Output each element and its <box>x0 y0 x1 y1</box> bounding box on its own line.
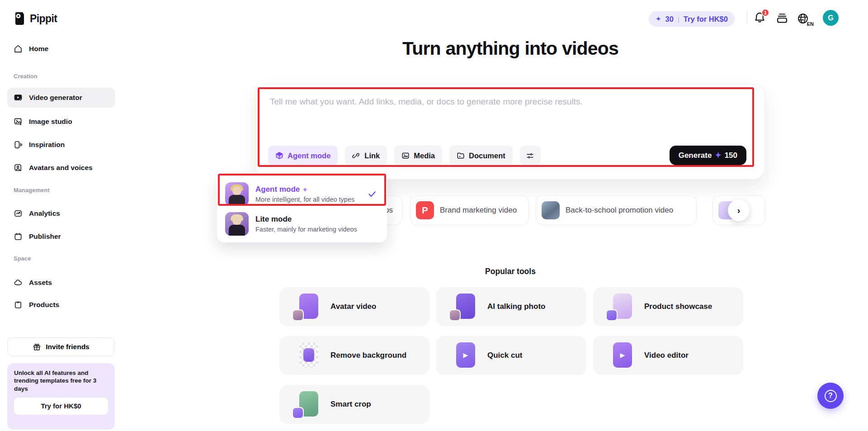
suggestion-label: Back-to-school promotion video <box>566 206 673 215</box>
pippit-logo[interactable]: Pippit <box>14 12 57 26</box>
tool-card-quick-cut[interactable]: ▶ Quick cut <box>436 336 586 375</box>
check-icon <box>367 189 377 199</box>
tool-card-remove-background[interactable]: Remove background <box>279 336 429 375</box>
sidebar-item-video-generator[interactable]: Video generator <box>7 88 115 108</box>
video-editor-thumbnail: ▶ <box>609 342 632 369</box>
section-label-creation: Creation <box>14 73 38 80</box>
agent-mode-desc: More intelligent, for all video types <box>255 196 354 203</box>
analytics-icon <box>14 209 23 218</box>
page-title: Turn anything into videos <box>256 38 765 59</box>
agent-mode-chip[interactable]: Agent mode <box>268 146 338 166</box>
publisher-icon <box>14 232 23 241</box>
sidebar-item-home[interactable]: Home <box>7 39 115 59</box>
tool-card-avatar-video[interactable]: Avatar video <box>279 287 429 326</box>
sidebar-item-avatars-voices[interactable]: Avatars and voices <box>7 158 115 178</box>
mode-item-text: Lite mode Faster, mainly for marketing v… <box>255 215 357 233</box>
sidebar: Pippit Home Creation Video generator <box>0 0 122 431</box>
add-link-label: Link <box>364 152 380 160</box>
sidebar-item-label: Assets <box>29 279 52 287</box>
composer-toolbar: Agent mode Link <box>268 146 541 166</box>
agent-mode-title: Agent mode <box>255 185 300 194</box>
lite-mode-title: Lite mode <box>255 215 292 224</box>
agent-mode-thumbnail <box>225 182 249 206</box>
video-generator-icon <box>14 93 23 102</box>
invite-friends-label: Invite friends <box>46 343 89 351</box>
tool-label: AI talking photo <box>487 302 545 311</box>
sidebar-item-products[interactable]: Products <box>7 295 115 315</box>
agent-mode-chip-label: Agent mode <box>288 152 330 160</box>
menu-item-lite-mode[interactable]: Lite mode Faster, mainly for marketing v… <box>221 209 383 239</box>
tool-label: Smart crop <box>330 400 371 409</box>
suggestions-next-button[interactable]: › <box>728 199 750 221</box>
sidebar-item-analytics[interactable]: Analytics <box>7 204 115 223</box>
tool-label: Product showcase <box>644 302 712 311</box>
sidebar-item-label: Publisher <box>29 232 61 241</box>
quick-cut-thumbnail: ▶ <box>452 342 475 369</box>
promo-try-button[interactable]: Try for HK$0 <box>14 398 108 415</box>
avatars-icon <box>14 163 23 172</box>
add-document-chip[interactable]: Document <box>449 146 513 166</box>
add-document-label: Document <box>469 152 505 160</box>
add-link-chip[interactable]: Link <box>345 146 387 166</box>
suggestion-label: Brand marketing video <box>440 206 517 215</box>
mode-item-text: Agent mode ✦ More intelligent, for all v… <box>255 185 354 203</box>
invite-friends-button[interactable]: Invite friends <box>7 337 115 356</box>
pippit-app: { "brand": { "name": "Pippit" }, "topbar… <box>0 0 868 431</box>
mode-dropdown-menu: Agent mode ✦ More intelligent, for all v… <box>217 175 387 242</box>
generate-diamond-icon: ✦ <box>715 151 721 160</box>
trial-promo-card: Unlock all AI features and trending temp… <box>7 363 115 430</box>
product-showcase-thumbnail <box>609 294 632 320</box>
main-content: Turn anything into videos Tell me what y… <box>122 0 868 431</box>
sidebar-item-label: Video generator <box>29 94 82 102</box>
gift-icon <box>33 343 41 351</box>
tool-label: Video editor <box>644 351 689 360</box>
add-media-chip[interactable]: Media <box>394 146 442 166</box>
menu-item-agent-mode[interactable]: Agent mode ✦ More intelligent, for all v… <box>221 179 383 209</box>
tool-label: Avatar video <box>330 302 376 311</box>
popular-tools-grid: Avatar video AI talking photo Product sh… <box>279 287 743 424</box>
tool-card-video-editor[interactable]: ▶ Video editor <box>593 336 743 375</box>
section-label-management: Management <box>14 187 49 194</box>
chevron-right-icon: › <box>737 205 741 216</box>
settings-chip[interactable] <box>520 146 541 166</box>
sidebar-item-label: Home <box>29 45 48 53</box>
brand-name: Pippit <box>30 13 57 25</box>
suggestion-thumbnail <box>542 201 560 219</box>
remove-background-thumbnail <box>295 342 318 369</box>
help-button[interactable]: ? <box>817 383 844 409</box>
suggestion-chip-brand-marketing[interactable]: P Brand marketing video <box>410 195 529 225</box>
brand-p-icon: P <box>416 201 434 219</box>
prompt-composer: Tell me what you want. Add links, media,… <box>256 84 765 180</box>
add-media-label: Media <box>414 152 435 160</box>
generate-label: Generate <box>679 151 712 160</box>
avatar-video-thumbnail <box>295 294 318 320</box>
tool-label: Remove background <box>330 351 406 360</box>
sidebar-item-inspiration[interactable]: Inspiration <box>7 135 115 155</box>
prompt-input[interactable]: Tell me what you want. Add links, media,… <box>270 97 583 107</box>
media-image-icon <box>401 152 410 160</box>
sidebar-item-image-studio[interactable]: Image studio <box>7 112 115 132</box>
link-icon <box>352 152 360 160</box>
suggestion-chip-back-to-school[interactable]: Back-to-school promotion video <box>536 195 697 225</box>
lite-mode-thumbnail <box>225 212 249 236</box>
ai-talking-photo-thumbnail <box>452 294 475 320</box>
popular-tools-title: Popular tools <box>256 267 765 276</box>
generate-button[interactable]: Generate ✦ 150 <box>670 146 746 165</box>
home-icon <box>14 44 23 53</box>
tool-card-product-showcase[interactable]: Product showcase <box>593 287 743 326</box>
products-bag-icon <box>14 300 23 309</box>
tool-card-smart-crop[interactable]: Smart crop <box>279 385 429 424</box>
inspiration-icon <box>14 140 23 149</box>
pippit-logo-icon <box>14 12 26 26</box>
sidebar-item-label: Analytics <box>29 209 60 218</box>
sparkle-icon: ✦ <box>302 186 307 193</box>
tool-card-ai-talking-photo[interactable]: AI talking photo <box>436 287 586 326</box>
assets-cloud-icon <box>14 278 23 287</box>
section-label-space: Space <box>14 255 31 262</box>
document-folder-icon <box>457 152 465 160</box>
sliders-icon <box>526 152 534 160</box>
sidebar-item-label: Inspiration <box>29 141 65 149</box>
sidebar-item-assets[interactable]: Assets <box>7 273 115 293</box>
sidebar-item-publisher[interactable]: Publisher <box>7 227 115 246</box>
lite-mode-desc: Faster, mainly for marketing videos <box>255 226 357 233</box>
